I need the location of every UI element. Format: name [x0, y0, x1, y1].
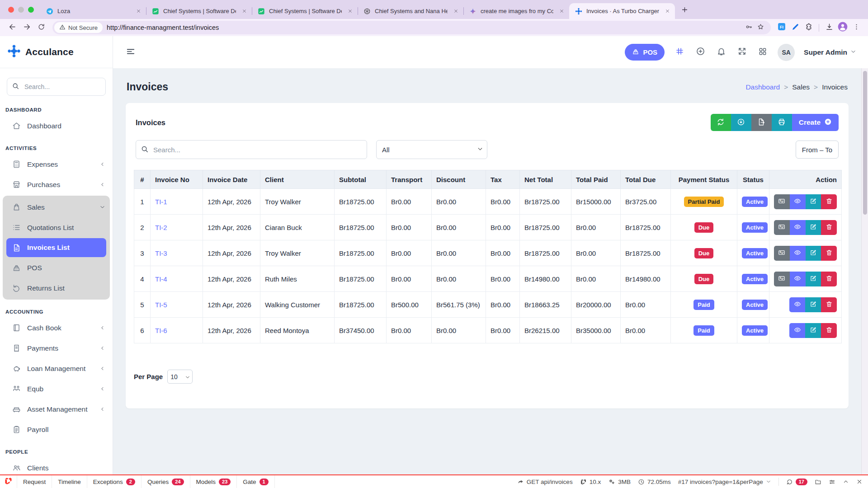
sidebar-item-pos[interactable]: POS — [3, 258, 110, 278]
sidebar-item-quotations-list[interactable]: Quotations List — [3, 217, 110, 238]
shortcut-keys-button[interactable] — [674, 47, 685, 58]
route-dropdown[interactable]: #17 invoices?page=1&perPage — [678, 479, 771, 485]
user-avatar[interactable]: SA — [778, 44, 795, 61]
delete-button[interactable] — [821, 297, 837, 312]
view-button[interactable] — [790, 220, 806, 235]
edit-button[interactable] — [806, 272, 821, 286]
tab-close-icon[interactable] — [346, 7, 354, 15]
invoice-link[interactable]: TI-6 — [155, 327, 167, 334]
browser-menu-button[interactable] — [850, 21, 863, 34]
maximize-debugbar-button[interactable] — [843, 479, 849, 485]
refresh-button[interactable] — [711, 114, 731, 131]
sidebar-item-dashboard[interactable]: Dashboard — [0, 116, 113, 136]
view-button[interactable] — [790, 194, 806, 209]
delete-button[interactable] — [821, 272, 837, 286]
sidebar-item-cash-book[interactable]: Cash Book — [0, 318, 113, 338]
page-scrollbar[interactable] — [861, 68, 868, 488]
sidebar-item-loan-management[interactable]: Loan Management — [0, 358, 113, 379]
profile-avatar-button[interactable] — [836, 21, 849, 34]
extensions-button[interactable] — [802, 21, 815, 34]
delete-button[interactable] — [821, 220, 837, 235]
debugbar-tab-request[interactable]: Request — [17, 475, 52, 488]
delete-button[interactable] — [821, 194, 837, 209]
debugbar-tab-exceptions[interactable]: Exceptions2 — [87, 475, 142, 488]
brand-logo[interactable]: Acculance — [0, 36, 113, 68]
bookmark-star-button[interactable] — [755, 22, 766, 33]
extension-pen-button[interactable] — [789, 21, 802, 34]
browser-tab-invoices-as-turbo-charger[interactable]: Invoices · As Turbo Charger — [569, 3, 675, 19]
sidebar-item-returns-list[interactable]: Returns List — [3, 278, 110, 298]
invoice-link[interactable]: TI-3 — [155, 249, 167, 257]
back-button[interactable] — [5, 21, 19, 34]
quick-add-button[interactable] — [694, 47, 706, 58]
sidebar-search-input[interactable] — [7, 78, 106, 96]
sidebar-item-expenses[interactable]: Expenses — [0, 154, 113, 174]
invoice-link[interactable]: TI-5 — [155, 301, 167, 309]
sidebar-item-invoices-list[interactable]: Invoices List — [6, 238, 106, 257]
tab-close-icon[interactable] — [452, 7, 460, 15]
edit-button[interactable] — [806, 246, 821, 261]
forward-button[interactable] — [20, 21, 33, 34]
password-key-button[interactable] — [743, 22, 755, 33]
tab-close-icon[interactable] — [134, 7, 142, 15]
status-filter-select[interactable]: All — [376, 140, 487, 159]
view-button[interactable] — [789, 297, 805, 312]
debugbar-tab-models[interactable]: Models23 — [190, 475, 237, 488]
payment-button[interactable]: $ — [774, 220, 790, 235]
sidebar-item-payments[interactable]: Payments — [0, 338, 113, 358]
extension-fi-button[interactable]: FI — [775, 21, 788, 34]
view-button[interactable] — [790, 272, 806, 286]
invoice-link[interactable]: TI-4 — [155, 275, 167, 283]
security-chip[interactable]: Not Secure — [54, 22, 103, 33]
address-bar[interactable]: Not Secure http://finance-managment.test… — [52, 21, 771, 34]
browser-tab-chief-systems-and-nana-herb[interactable]: Chief Systems and Nana Herb — [358, 3, 463, 19]
payment-button[interactable]: $ — [774, 272, 790, 286]
invoice-link[interactable]: TI-1 — [155, 198, 167, 206]
pos-button[interactable]: POS — [625, 44, 665, 61]
delete-button[interactable] — [821, 323, 837, 338]
sidebar-item-asset-management[interactable]: Asset Management — [0, 399, 113, 419]
sidebar-item-equb[interactable]: Equb — [0, 379, 113, 399]
download-button[interactable] — [731, 114, 751, 131]
laravel-logo-icon[interactable] — [0, 475, 17, 488]
payment-button[interactable]: $ — [774, 194, 790, 209]
table-search-input[interactable] — [136, 140, 367, 159]
print-button[interactable] — [772, 114, 792, 131]
user-menu[interactable]: Super Admin — [804, 48, 856, 56]
export-button[interactable] — [751, 114, 772, 131]
view-button[interactable] — [789, 323, 805, 338]
sidebar-item-purchases[interactable]: Purchases — [0, 174, 113, 195]
minimize-window-button[interactable] — [18, 7, 24, 13]
history-button[interactable]: 17 — [786, 479, 807, 485]
create-button[interactable]: Create — [792, 114, 839, 131]
zoom-window-button[interactable] — [28, 7, 34, 13]
tab-close-icon[interactable] — [663, 7, 671, 15]
delete-button[interactable] — [821, 246, 837, 261]
invoice-link[interactable]: TI-2 — [155, 224, 167, 231]
browser-tab-chief-systems-software-dev[interactable]: Chief Systems | Software Dev — [252, 3, 358, 19]
browser-tab-chief-systems-software-dev[interactable]: Chief Systems | Software Dev — [146, 3, 252, 19]
per-page-select[interactable]: 10 — [167, 370, 193, 384]
edit-button[interactable] — [806, 194, 821, 209]
settings-sliders-button[interactable] — [829, 479, 835, 485]
browser-tab-loza[interactable]: Loza — [40, 3, 146, 19]
apps-grid-button[interactable] — [757, 47, 769, 58]
new-tab-button[interactable] — [678, 4, 691, 17]
edit-button[interactable] — [805, 297, 821, 312]
close-debugbar-button[interactable] — [856, 479, 863, 485]
view-button[interactable] — [790, 246, 806, 261]
edit-button[interactable] — [806, 220, 821, 235]
close-window-button[interactable] — [8, 7, 14, 13]
scrollbar-thumb[interactable] — [863, 71, 867, 215]
tab-close-icon[interactable] — [557, 7, 566, 15]
sidebar-toggle-button[interactable] — [123, 45, 138, 60]
reload-button[interactable] — [34, 21, 48, 34]
debugbar-tab-gate[interactable]: Gate1 — [237, 475, 274, 488]
sidebar-item-payroll[interactable]: Payroll — [0, 419, 113, 440]
fullscreen-button[interactable] — [736, 47, 748, 58]
edit-button[interactable] — [805, 323, 821, 338]
debugbar-tab-queries[interactable]: Queries24 — [142, 475, 190, 488]
breadcrumb-dashboard[interactable]: Dashboard — [745, 83, 780, 91]
notifications-button[interactable] — [715, 47, 727, 58]
folder-button[interactable] — [815, 479, 821, 485]
